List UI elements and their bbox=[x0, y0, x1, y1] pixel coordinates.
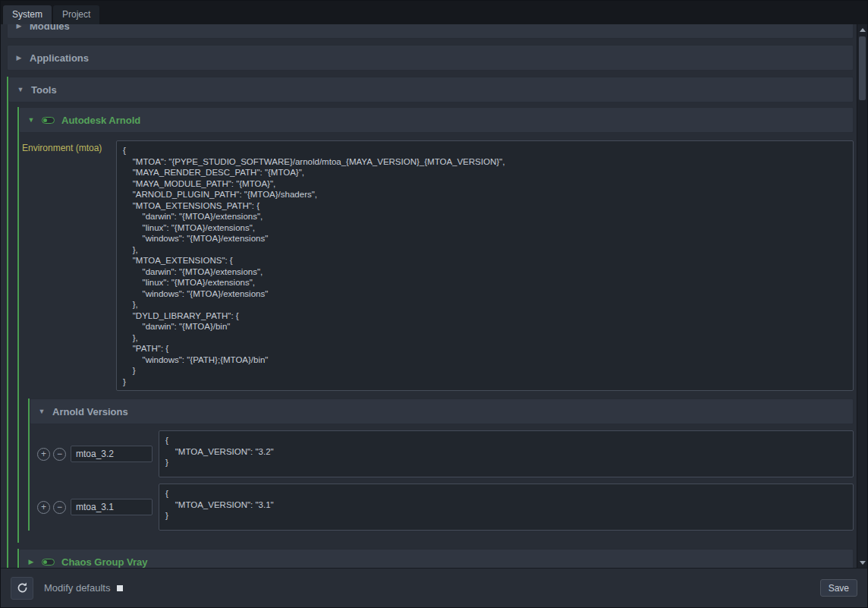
save-button[interactable]: Save bbox=[820, 579, 857, 597]
modify-defaults-label: Modify defaults bbox=[44, 582, 110, 594]
version-key-input[interactable] bbox=[71, 446, 153, 462]
arnold-versions-body: + − { "MTOA_VERSION": "3.2" } + − bbox=[30, 424, 854, 531]
scroll-up-arrow-icon[interactable] bbox=[857, 24, 867, 35]
autodesk-arnold-group: ▼ Autodesk Arnold Environment (mtoa) { "… bbox=[17, 107, 854, 543]
section-header-arnold-versions[interactable]: ▼ Arnold Versions bbox=[30, 399, 854, 424]
chevron-down-icon: ▼ bbox=[38, 408, 46, 415]
tab-system[interactable]: System bbox=[3, 5, 52, 24]
section-header-tools[interactable]: ▼ Tools bbox=[8, 77, 854, 102]
remove-version-button[interactable]: − bbox=[53, 501, 66, 514]
section-header-modules[interactable]: ▶ Modules bbox=[7, 24, 854, 39]
scrollbar[interactable] bbox=[857, 24, 867, 568]
chevron-down-icon: ▼ bbox=[27, 116, 35, 124]
add-version-button[interactable]: + bbox=[37, 448, 50, 461]
autodesk-arnold-body: Environment (mtoa) { "MTOA": "{PYPE_STUD… bbox=[19, 133, 854, 543]
tools-body: ▼ Autodesk Arnold Environment (mtoa) { "… bbox=[8, 102, 854, 568]
section-header-chaos-group-vray[interactable]: ▶ Chaos Group Vray bbox=[19, 549, 854, 568]
modify-defaults-checkbox[interactable] bbox=[117, 585, 123, 591]
tools-group: ▼ Tools ▼ Autodesk Arnold Environment (m… bbox=[7, 77, 854, 568]
section-header-applications[interactable]: ▶ Applications bbox=[7, 45, 854, 71]
section-header-autodesk-arnold[interactable]: ▼ Autodesk Arnold bbox=[19, 107, 854, 133]
section-modules-label: Modules bbox=[30, 24, 70, 32]
refresh-button[interactable] bbox=[11, 577, 33, 600]
tool-enabled-toggle-icon[interactable] bbox=[42, 559, 55, 565]
section-tools-label: Tools bbox=[31, 84, 57, 96]
scroll-down-arrow-icon[interactable] bbox=[857, 557, 867, 568]
version-value-textarea[interactable]: { "MTOA_VERSION": "3.2" } bbox=[159, 430, 854, 477]
tab-project[interactable]: Project bbox=[53, 5, 99, 24]
scrollbar-thumb[interactable] bbox=[859, 36, 866, 100]
chaos-group-vray-group: ▶ Chaos Group Vray bbox=[17, 549, 854, 568]
version-row: + − { "MTOA_VERSION": "3.2" } bbox=[37, 430, 854, 477]
version-key-input[interactable] bbox=[71, 499, 153, 515]
chevron-right-icon: ▶ bbox=[15, 24, 23, 30]
section-applications-label: Applications bbox=[30, 52, 89, 64]
environment-mtoa-label: Environment (mtoa) bbox=[22, 140, 116, 153]
add-version-button[interactable]: + bbox=[37, 501, 50, 514]
settings-scroll-area: ▶ Modules ▶ Applications ▼ Tools ▼ bbox=[1, 24, 857, 568]
settings-content: ▶ Modules ▶ Applications ▼ Tools ▼ bbox=[1, 24, 867, 568]
environment-mtoa-textarea[interactable]: { "MTOA": "{PYPE_STUDIO_SOFTWARE}/arnold… bbox=[116, 140, 854, 391]
settings-window: System Project ▶ Modules ▶ Applications … bbox=[0, 0, 868, 608]
arnold-versions-group: ▼ Arnold Versions + − { "MTOA_VERSION": … bbox=[28, 399, 854, 531]
scrollbar-track[interactable] bbox=[857, 35, 867, 557]
chaos-group-vray-label: Chaos Group Vray bbox=[61, 556, 147, 568]
autodesk-arnold-label: Autodesk Arnold bbox=[61, 115, 140, 126]
arnold-versions-label: Arnold Versions bbox=[52, 406, 128, 417]
refresh-icon bbox=[16, 581, 29, 594]
version-value-textarea[interactable]: { "MTOA_VERSION": "3.1" } bbox=[159, 484, 854, 531]
chevron-down-icon: ▼ bbox=[17, 86, 24, 93]
environment-row: Environment (mtoa) { "MTOA": "{PYPE_STUD… bbox=[19, 140, 854, 391]
footer-bar: Modify defaults Save bbox=[1, 568, 867, 607]
chevron-right-icon: ▶ bbox=[15, 54, 23, 61]
remove-version-button[interactable]: − bbox=[53, 448, 66, 461]
tool-enabled-toggle-icon[interactable] bbox=[42, 117, 55, 124]
version-row: + − { "MTOA_VERSION": "3.1" } bbox=[37, 484, 854, 531]
chevron-right-icon: ▶ bbox=[27, 558, 35, 565]
tab-bar: System Project bbox=[1, 1, 867, 24]
